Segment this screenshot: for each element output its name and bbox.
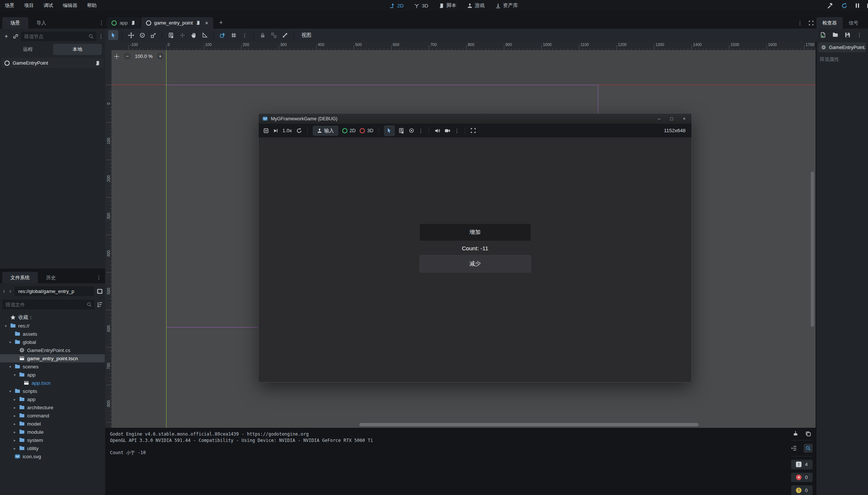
reset-speed-icon[interactable] [296,128,302,134]
mode-assetlib-button[interactable]: 资产库 [495,2,518,9]
file-tree-row[interactable]: system [0,436,105,444]
mode-script-button[interactable]: 脚本 [439,2,457,9]
mode-2d-button[interactable]: 2D [389,3,404,9]
smart-snap-toggle[interactable] [217,30,227,40]
file-tree-row[interactable]: icon.svg [0,452,105,460]
scene-dock-menu-icon[interactable]: ⋮ [98,33,104,39]
chevron-icon[interactable] [13,406,17,410]
build-hammer-icon[interactable] [827,3,833,9]
camera-override-icon[interactable] [444,128,450,134]
snap-options-menu-icon[interactable]: ⋮ [240,30,250,40]
lock-node-button[interactable] [258,30,268,40]
forward-icon[interactable]: › [9,287,12,295]
show-origin-toggle[interactable] [177,30,187,40]
view-menu[interactable]: 视图 [301,32,311,39]
menubar-menu[interactable]: 帮助 [82,3,101,8]
file-tree-row[interactable]: assets [0,330,105,338]
grid-snap-toggle[interactable] [229,30,239,40]
file-tree-row[interactable]: global [0,338,105,346]
pan-tool-button[interactable] [188,30,198,40]
chevron-icon[interactable] [8,365,12,369]
group-node-button[interactable] [269,30,279,40]
input-mode-toggle[interactable]: 输入 [313,126,338,136]
file-tree-row[interactable]: app [0,371,105,379]
menubar-menu[interactable]: 编辑器 [58,3,82,8]
chevron-icon[interactable] [13,414,17,418]
filter-properties-input[interactable]: 筛选属性 [820,56,865,63]
selection-options-icon[interactable]: ⋮ [418,128,424,134]
menubar-menu[interactable]: 项目 [19,3,39,8]
tab-inspector[interactable]: 检查器 [816,17,843,29]
collapse-duplicates-icon[interactable] [791,445,797,451]
file-tree-row[interactable]: architecture [0,403,105,411]
chevron-icon[interactable] [13,446,17,450]
filter-nodes-input[interactable] [23,33,86,40]
next-frame-icon[interactable] [273,128,278,133]
minimize-button[interactable]: – [658,116,660,121]
pause-icon[interactable] [856,3,859,8]
pick-node-toggle[interactable] [384,126,395,136]
scene-tab-app[interactable]: app [107,17,140,29]
move-tool-button[interactable] [126,30,136,40]
2d-debug-toggle[interactable]: 2D [342,128,356,133]
warning-count-badge[interactable]: ! 0 [791,485,813,495]
speed-multiplier[interactable]: 1.0x [282,128,292,133]
center-view-icon[interactable] [114,53,120,59]
vertical-scrollbar[interactable] [811,172,814,327]
copy-output-icon[interactable] [805,431,811,437]
mode-3d-button[interactable]: 3D [414,3,428,9]
selection-visible-icon[interactable] [409,128,414,133]
filesystem-menu-icon[interactable]: ⋮ [96,274,101,280]
file-tree-row[interactable]: app [0,395,105,403]
tab-scene-dock[interactable]: 场景 [2,17,28,29]
chevron-icon[interactable] [13,430,17,434]
scene-tab-game-entry-point[interactable]: game_entry_point × [141,17,213,29]
file-tree-row[interactable]: 收藏： [0,313,105,322]
distraction-free-icon[interactable] [809,20,814,26]
chevron-icon[interactable] [13,397,17,401]
ruler-tool-button[interactable] [200,30,210,40]
dock-menu-icon[interactable]: ⋮ [99,20,104,26]
tab-history[interactable]: 历史 [38,272,64,283]
chevron-icon[interactable] [4,324,8,328]
remote-button[interactable]: 远程 [3,44,52,55]
instance-scene-link-icon[interactable] [13,33,19,39]
suspend-icon[interactable] [263,128,269,134]
selectable-list-button[interactable] [166,30,176,40]
file-tree-row[interactable]: game_entry_point.tscn [0,354,105,362]
3d-debug-toggle[interactable]: 3D [360,128,373,133]
scale-tool-button[interactable] [148,30,158,40]
save-resource-icon[interactable] [845,32,851,38]
chevron-icon[interactable] [13,373,17,377]
clear-output-icon[interactable] [793,431,799,437]
error-count-badge[interactable]: × 0 [791,473,813,482]
open-script-icon[interactable] [95,61,100,66]
rotate-tool-button[interactable] [137,30,147,40]
new-scene-tab-button[interactable]: + [214,17,229,29]
back-icon[interactable]: ‹ [2,287,6,295]
maximize-button[interactable]: □ [670,116,673,121]
add-node-button[interactable]: + [2,32,10,40]
chevron-icon[interactable] [13,438,17,442]
script-icon[interactable] [131,20,136,25]
local-button[interactable]: 本地 [53,44,102,55]
game-window-titlebar[interactable]: MyGFrameworkGame (DEBUG) – □ × [259,114,692,124]
file-tree-row[interactable]: command [0,411,105,420]
scene-tree-root-row[interactable]: GameEntryPoint [1,58,103,68]
file-tree-row[interactable]: GameEntryPoint.cs [0,346,105,354]
file-tree-row[interactable]: module [0,428,105,436]
sort-files-icon[interactable] [97,302,103,307]
menubar-menu[interactable]: 场景 [0,3,19,8]
chevron-icon[interactable] [8,389,12,393]
restart-icon[interactable] [841,3,848,9]
skeleton-options-button[interactable] [280,30,290,40]
close-button[interactable]: × [683,116,686,121]
split-mode-icon[interactable] [97,288,103,294]
audio-mute-icon[interactable] [434,128,440,134]
zoom-out-button[interactable]: − [124,53,131,60]
camera-options-icon[interactable]: ⋮ [454,128,460,134]
file-tree-row[interactable]: model [0,420,105,428]
chevron-icon[interactable] [13,422,17,426]
search-output-button[interactable] [804,444,813,453]
tab-filesystem[interactable]: 文件系统 [2,272,38,283]
